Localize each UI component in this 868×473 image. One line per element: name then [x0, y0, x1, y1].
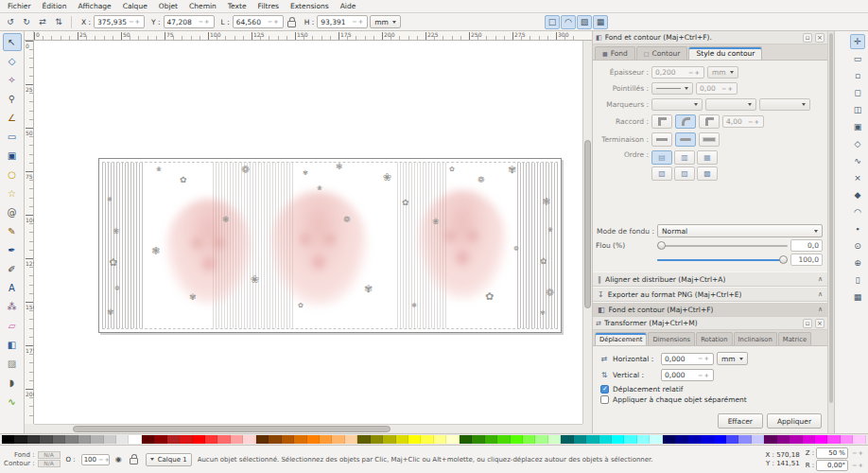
palette-swatch[interactable]: [129, 435, 141, 444]
layer-visibility-icon[interactable]: ◉: [115, 455, 122, 464]
stroke-swatch[interactable]: N/A: [38, 460, 61, 467]
vertical-scrollbar[interactable]: [582, 41, 592, 424]
box3d-tool[interactable]: ▣: [3, 147, 22, 165]
palette-swatch[interactable]: [827, 435, 840, 444]
selector-tool[interactable]: ↖: [3, 33, 22, 51]
palette-swatch[interactable]: [752, 435, 764, 444]
palette-swatch[interactable]: [269, 435, 281, 444]
palette-swatch[interactable]: [764, 435, 776, 444]
palette-swatch[interactable]: [142, 435, 154, 444]
rotation-spinner[interactable]: −+: [852, 462, 864, 469]
palette-swatch[interactable]: [472, 435, 484, 444]
opacity-input[interactable]: 100,0: [790, 254, 823, 266]
vertical-ruler[interactable]: 0255075100125150175200: [25, 41, 34, 424]
fill-stroke-panel-header[interactable]: ◧ Fond et contour (Maj+Ctrl+F). ▫ ×: [593, 31, 827, 44]
dropper-tool[interactable]: ◗: [3, 374, 22, 392]
tab-inclinaison[interactable]: Inclinaison: [734, 332, 777, 345]
bucket-tool[interactable]: ◧: [3, 336, 22, 354]
snap-bbox-center[interactable]: ▣: [850, 119, 865, 134]
paint-order-button[interactable]: ▧: [651, 166, 672, 181]
spiral-tool[interactable]: @: [3, 203, 22, 221]
canvas[interactable]: ❀✿❁✾❃❀✿❁✾❃❀✿❁✾❃❀✿❁✾❃❀✿❁✾❃❀✿❁✾❃❀✿: [34, 41, 582, 424]
palette-swatch[interactable]: [14, 435, 26, 444]
stroke-unit-select[interactable]: mm: [707, 66, 738, 79]
palette-swatch[interactable]: [599, 435, 612, 444]
tab-dimensions[interactable]: Dimensions: [648, 332, 695, 345]
x-spinner[interactable]: −+: [129, 18, 141, 26]
affect-stroke-toggle[interactable]: □: [545, 15, 560, 29]
menu-filtres[interactable]: Filtres: [252, 1, 285, 11]
palette-swatch[interactable]: [180, 435, 192, 444]
palette-swatch[interactable]: [803, 435, 815, 444]
snap-path[interactable]: ∿: [850, 153, 865, 168]
palette-swatch[interactable]: [460, 435, 472, 444]
palette-swatch[interactable]: [612, 435, 624, 444]
vertical-spinner[interactable]: −+: [698, 372, 710, 379]
palette-swatch[interactable]: [535, 435, 547, 444]
panel-close-button[interactable]: ×: [815, 319, 825, 328]
palette-swatch[interactable]: [371, 435, 383, 444]
menu-calque[interactable]: Calque: [117, 1, 153, 11]
snap-enable[interactable]: ✛: [850, 34, 865, 49]
palette-swatch[interactable]: [586, 435, 599, 444]
rotate-cw-button[interactable]: ↻: [19, 15, 34, 29]
marker-end-select[interactable]: [759, 98, 810, 111]
horizontal-scrollbar[interactable]: [34, 424, 582, 433]
tab-contour[interactable]: □Contour: [636, 46, 688, 60]
marker-start-select[interactable]: [651, 98, 703, 111]
paint-order-button[interactable]: ▩: [697, 166, 718, 181]
rotate-ccw-button[interactable]: ↺: [3, 15, 18, 29]
vertical-scrollbar-thumb[interactable]: [584, 140, 591, 308]
palette-swatch[interactable]: [320, 435, 332, 444]
palette-swatch[interactable]: [345, 435, 357, 444]
tab-matrice[interactable]: Matrice: [778, 332, 811, 345]
zoom-tool[interactable]: ⚲: [3, 90, 22, 108]
tweak-tool[interactable]: ✧: [3, 71, 22, 89]
miter-limit-spinner[interactable]: −+: [748, 118, 760, 126]
blur-input[interactable]: 0,0: [790, 239, 823, 252]
layer-lock-icon[interactable]: [130, 458, 138, 464]
measure-tool[interactable]: ∠: [3, 109, 22, 127]
palette-swatch[interactable]: [688, 435, 701, 444]
palette-swatch[interactable]: [714, 435, 726, 444]
palette-swatch[interactable]: [485, 435, 497, 444]
horizontal-scrollbar-thumb[interactable]: [73, 426, 391, 432]
star-tool[interactable]: ☆: [3, 184, 22, 202]
palette-swatch[interactable]: [231, 435, 243, 444]
palette-swatch[interactable]: [193, 435, 205, 444]
palette-swatch[interactable]: [650, 435, 662, 444]
snap-smooth-node[interactable]: ◠: [850, 204, 865, 219]
palette-swatch[interactable]: [53, 435, 65, 444]
palette-swatch[interactable]: [726, 435, 738, 444]
palette-swatch[interactable]: [548, 435, 561, 444]
palette-swatch[interactable]: [624, 435, 636, 444]
dash-offset-input[interactable]: 0,00−+: [696, 82, 738, 95]
blur-slider-thumb[interactable]: [657, 241, 666, 250]
snap-path-intersection[interactable]: ×: [850, 170, 865, 185]
text-tool[interactable]: A: [3, 279, 22, 297]
tab-style-du-contour[interactable]: Style du contour: [688, 46, 762, 60]
snap-bbox[interactable]: ▭: [850, 51, 865, 66]
tab-deplacement[interactable]: Déplacement: [595, 332, 647, 345]
gradient-tool[interactable]: ▨: [3, 355, 22, 373]
snap-object-center[interactable]: ⊙: [850, 238, 865, 254]
snap-bbox-edge[interactable]: ▫: [850, 68, 865, 83]
menu-aide[interactable]: Aide: [335, 1, 362, 11]
dock-scrollbar-thumb[interactable]: [829, 33, 833, 403]
palette-swatch[interactable]: [446, 435, 459, 444]
opacity-slider[interactable]: [657, 254, 788, 265]
paint-order-button[interactable]: ▦: [697, 150, 718, 165]
palette-swatch[interactable]: [523, 435, 535, 444]
snap-bbox-edge-midpoint[interactable]: ◫: [850, 102, 865, 117]
fill-swatch[interactable]: N/A: [38, 451, 61, 459]
clear-button[interactable]: Effacer: [718, 413, 763, 429]
lock-ratio-icon[interactable]: [287, 21, 296, 27]
zoom-input[interactable]: 50 %: [816, 447, 848, 459]
horizontal-ruler[interactable]: 0255075100125150175200225250275300: [34, 31, 582, 41]
node-tool[interactable]: ◇: [3, 52, 22, 70]
palette-swatch[interactable]: [256, 435, 269, 444]
palette-swatch[interactable]: [40, 435, 52, 444]
palette-swatch[interactable]: [561, 435, 573, 444]
join-round-button[interactable]: [675, 114, 696, 129]
tab-fond[interactable]: ■Fond: [595, 46, 635, 60]
